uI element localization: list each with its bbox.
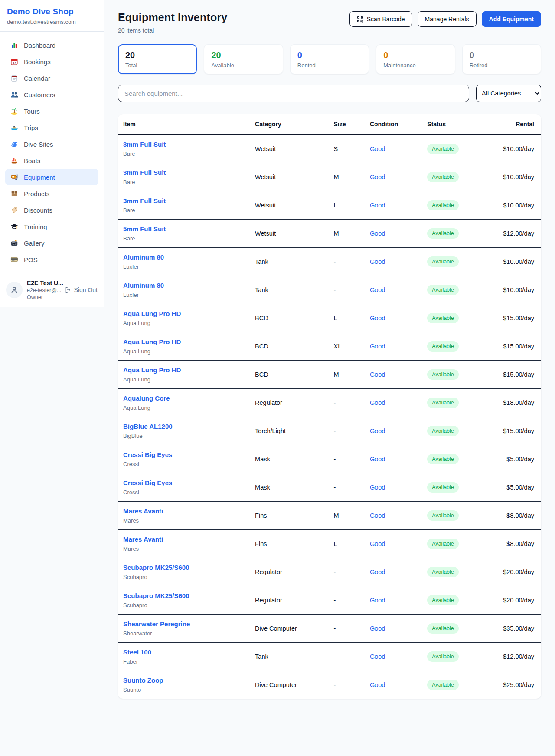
item-condition-link[interactable]: Good: [370, 597, 385, 604]
item-name-link[interactable]: Mares Avanti: [123, 507, 163, 515]
stat-card-total[interactable]: 20 Total: [118, 44, 197, 74]
item-condition-link[interactable]: Good: [370, 399, 385, 406]
item-condition-link[interactable]: Good: [370, 371, 385, 378]
item-name-link[interactable]: Aluminum 80: [123, 253, 164, 261]
item-condition-link[interactable]: Good: [370, 230, 385, 237]
items-total-count: 20 items total: [118, 27, 227, 34]
item-category: Wetsuit: [250, 220, 328, 248]
item-rental: $10.00/day: [488, 276, 541, 304]
sidebar-item-equipment[interactable]: Equipment: [5, 169, 98, 185]
item-name-link[interactable]: Suunto Zoop: [123, 677, 163, 684]
sidebar-item-dashboard[interactable]: Dashboard: [5, 37, 98, 53]
sidebar-item-customers[interactable]: Customers: [5, 86, 98, 103]
item-condition-link[interactable]: Good: [370, 625, 385, 632]
sidebar-item-calendar[interactable]: Calendar: [5, 70, 98, 86]
item-condition-link[interactable]: Good: [370, 681, 385, 688]
item-condition-link[interactable]: Good: [370, 512, 385, 519]
sidebar-item-trips[interactable]: Trips: [5, 119, 98, 136]
item-category: BCD: [250, 304, 328, 332]
stat-card-available[interactable]: 20 Available: [204, 44, 283, 74]
item-brand: Shearwater: [123, 630, 245, 637]
item-name-link[interactable]: BigBlue AL1200: [123, 423, 173, 430]
sidebar-item-pos[interactable]: POS: [5, 251, 98, 268]
stat-value: 0: [297, 50, 362, 60]
item-brand: Bare: [123, 207, 245, 214]
item-name-link[interactable]: Steel 100: [123, 648, 151, 656]
add-equipment-button[interactable]: Add Equipment: [482, 11, 541, 27]
status-badge: Available: [427, 172, 459, 182]
item-condition-link[interactable]: Good: [370, 456, 385, 463]
item-name-link[interactable]: 3mm Full Suit: [123, 141, 166, 148]
sidebar-item-label: Bookings: [24, 58, 51, 66]
stat-card-retired[interactable]: 0 Retired: [462, 44, 541, 74]
item-condition-link[interactable]: Good: [370, 315, 385, 322]
table-row: Aluminum 80 Luxfer Tank - Good Available…: [118, 248, 541, 276]
manage-rentals-button[interactable]: Manage Rentals: [418, 11, 477, 27]
filter-row: All Categories: [118, 85, 541, 102]
item-condition-link[interactable]: Good: [370, 427, 385, 434]
header-actions: Scan Barcode Manage Rentals Add Equipmen…: [349, 11, 541, 27]
item-name-link[interactable]: Aqua Lung Pro HD: [123, 338, 181, 345]
item-category: Torch/Light: [250, 417, 328, 445]
item-size: L: [329, 191, 365, 220]
item-size: -: [329, 445, 365, 473]
sidebar-item-label: Dive Sites: [24, 141, 53, 148]
item-name-link[interactable]: 3mm Full Suit: [123, 197, 166, 204]
item-condition-link[interactable]: Good: [370, 540, 385, 547]
sidebar-item-boats[interactable]: Boats: [5, 152, 98, 169]
user-meta: E2E Test U... e2e-tester@... Owner: [27, 279, 60, 300]
sidebar-item-discounts[interactable]: Discounts: [5, 202, 98, 218]
sidebar-item-label: Trips: [24, 124, 38, 131]
sidebar-item-label: Equipment: [24, 174, 55, 181]
sidebar-item-products[interactable]: Products: [5, 185, 98, 202]
item-name-link[interactable]: 3mm Full Suit: [123, 169, 166, 176]
status-badge: Available: [427, 510, 459, 521]
sidebar-item-tours[interactable]: Tours: [5, 103, 98, 119]
sidebar-item-label: Training: [24, 223, 47, 230]
stat-card-maintenance[interactable]: 0 Maintenance: [376, 44, 455, 74]
item-name-link[interactable]: Aqua Lung Pro HD: [123, 366, 181, 374]
item-name-link[interactable]: Shearwater Peregrine: [123, 620, 190, 628]
item-name-link[interactable]: Aluminum 80: [123, 282, 164, 289]
table-row: Aqua Lung Pro HD Aqua Lung BCD XL Good A…: [118, 332, 541, 361]
stat-card-rented[interactable]: 0 Rented: [290, 44, 369, 74]
search-input[interactable]: [118, 85, 469, 102]
item-condition-link[interactable]: Good: [370, 202, 385, 209]
item-name-link[interactable]: Aqua Lung Pro HD: [123, 310, 181, 317]
item-condition-link[interactable]: Good: [370, 258, 385, 265]
sidebar-item-label: Boats: [24, 157, 40, 164]
item-condition-link[interactable]: Good: [370, 286, 385, 293]
status-badge: Available: [427, 680, 459, 690]
status-badge: Available: [427, 595, 459, 605]
status-badge: Available: [427, 623, 459, 634]
sidebar-item-label: POS: [24, 256, 38, 263]
sidebar-item-bookings[interactable]: 17 Bookings: [5, 53, 98, 70]
item-condition-link[interactable]: Good: [370, 653, 385, 660]
item-brand: Faber: [123, 658, 245, 665]
stat-label: Total: [125, 62, 189, 69]
sidebar-item-gallery[interactable]: Gallery: [5, 235, 98, 251]
item-name-link[interactable]: Mares Avanti: [123, 536, 163, 543]
item-rental: $8.00/day: [488, 502, 541, 530]
add-equipment-label: Add Equipment: [489, 16, 534, 23]
item-condition-link[interactable]: Good: [370, 343, 385, 350]
item-rental: $25.00/day: [488, 671, 541, 699]
col-header-item: Item: [118, 114, 250, 135]
table-header-row: Item Category Size Condition Status Rent…: [118, 114, 541, 135]
item-name-link[interactable]: Aqualung Core: [123, 394, 170, 402]
item-condition-link[interactable]: Good: [370, 174, 385, 181]
item-name-link[interactable]: Scubapro MK25/S600: [123, 592, 189, 599]
item-name-link[interactable]: 5mm Full Suit: [123, 225, 166, 233]
item-condition-link[interactable]: Good: [370, 569, 385, 575]
sign-out-button[interactable]: Sign Out: [65, 286, 98, 293]
item-condition-link[interactable]: Good: [370, 145, 385, 152]
item-name-link[interactable]: Scubapro MK25/S600: [123, 564, 189, 571]
scan-barcode-button[interactable]: Scan Barcode: [349, 11, 412, 27]
item-name-link[interactable]: Cressi Big Eyes: [123, 479, 172, 486]
item-name-link[interactable]: Cressi Big Eyes: [123, 451, 172, 458]
sidebar-item-training[interactable]: Training: [5, 218, 98, 235]
sidebar-item-dive-sites[interactable]: Dive Sites: [5, 136, 98, 152]
item-condition-link[interactable]: Good: [370, 484, 385, 491]
item-brand: Cressi: [123, 489, 245, 496]
category-filter-select[interactable]: All Categories: [476, 85, 541, 102]
